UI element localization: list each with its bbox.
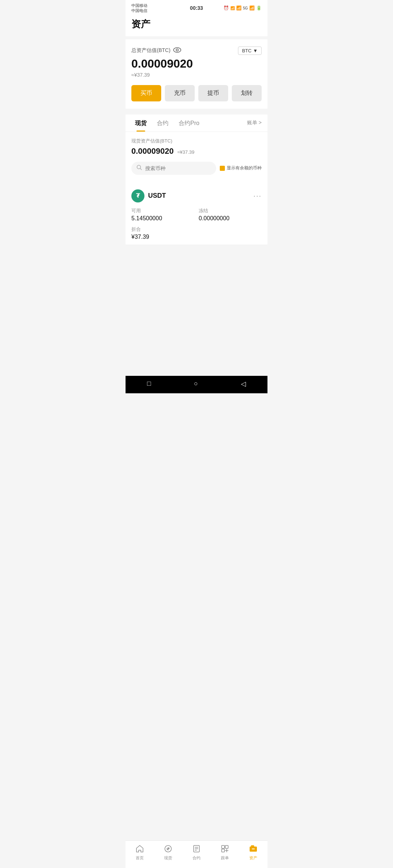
coin-item-usdt: ₮ USDT ··· 可用 5.14500000 冻结 0.00000000 折… [126, 184, 267, 245]
available-value: 5.14500000 [131, 215, 194, 222]
asset-value-btc: 0.00009020 [131, 57, 262, 71]
search-row: 显示有余额的币种 [131, 162, 262, 179]
usdt-name: USDT [148, 192, 166, 200]
spot-value-row: 0.00009020 ≈¥37.39 [131, 146, 262, 156]
equivalent-value: ¥37.39 [131, 234, 262, 240]
spot-asset-section: 现货资产估值(BTC) 0.00009020 ≈¥37.39 显示有余额的币种 [126, 132, 267, 184]
svg-point-1 [176, 49, 178, 51]
search-input[interactable] [145, 165, 211, 171]
status-bar: 中国移动 中国电信 00:33 ⏰ 📶 📶 5G 📶 🔋 [126, 0, 267, 15]
deposit-button[interactable]: 充币 [165, 85, 195, 101]
tabs-header: 现货 合约 合约Pro 账单 > [126, 114, 267, 132]
asset-summary-section: 总资产估值(BTC) BTC ▼ 0.00009020 ≈¥37.39 买币 充… [126, 39, 267, 109]
tab-spot[interactable]: 现货 [131, 114, 150, 132]
back-button[interactable]: ◁ [241, 380, 246, 388]
usdt-icon: ₮ [131, 189, 144, 202]
tab-contract-pro[interactable]: 合约Pro [175, 114, 203, 132]
bluetooth-icon: 📶 [230, 6, 235, 10]
available-group: 可用 5.14500000 [131, 208, 194, 222]
filter-option[interactable]: 显示有余额的币种 [220, 165, 262, 171]
more-options-button[interactable]: ··· [253, 192, 262, 200]
withdraw-button[interactable]: 提币 [198, 85, 228, 101]
carrier2: 中国电信 [131, 8, 147, 13]
carrier1: 中国移动 [131, 3, 147, 8]
currency-label: BTC [242, 48, 251, 53]
status-time: 00:33 [190, 5, 203, 11]
coin-list: ₮ USDT ··· 可用 5.14500000 冻结 0.00000000 折… [126, 184, 267, 245]
dropdown-arrow-icon: ▼ [253, 48, 258, 53]
coin-header-usdt: ₮ USDT ··· [131, 189, 262, 202]
tabs-section: 现货 合约 合约Pro 账单 > 现货资产估值(BTC) 0.00009020 … [126, 114, 267, 245]
spot-value-btc: 0.00009020 [131, 146, 174, 156]
equivalent-group: 折合 ¥37.39 [131, 226, 262, 240]
svg-line-3 [140, 168, 142, 170]
eye-icon[interactable] [173, 47, 181, 54]
frozen-group: 冻结 0.00000000 [199, 208, 262, 222]
account-link[interactable]: 账单 > [247, 120, 262, 126]
page-header: 资产 [126, 15, 267, 36]
empty-area [126, 245, 267, 339]
search-box[interactable] [131, 162, 216, 175]
buy-button[interactable]: 买币 [131, 85, 161, 101]
tab-contract[interactable]: 合约 [153, 114, 172, 132]
status-icons: ⏰ 📶 📶 5G 📶 🔋 [223, 5, 262, 11]
spot-value-cny: ≈¥37.39 [177, 149, 194, 155]
recent-apps-button[interactable]: □ [147, 380, 151, 387]
home-button[interactable]: ○ [194, 380, 198, 387]
nav-spacer [126, 339, 267, 376]
frozen-value: 0.00000000 [199, 215, 262, 222]
carrier-info: 中国移动 中国电信 [131, 3, 147, 13]
page-title: 资产 [131, 18, 262, 31]
action-buttons-row: 买币 充币 提币 划转 [131, 85, 262, 101]
system-nav: □ ○ ◁ [126, 376, 267, 393]
search-icon [136, 165, 142, 172]
filter-label: 显示有余额的币种 [227, 165, 262, 171]
transfer-button[interactable]: 划转 [232, 85, 262, 101]
svg-point-0 [174, 48, 181, 52]
signal2-icon: 📶 [249, 5, 255, 11]
frozen-label: 冻结 [199, 208, 262, 214]
divider1 [126, 109, 267, 112]
signal-icon: 5G [243, 6, 248, 10]
currency-selector[interactable]: BTC ▼ [238, 47, 262, 55]
alarm-icon: ⏰ [223, 5, 229, 11]
asset-value-cny: ≈¥37.39 [131, 72, 262, 78]
available-label: 可用 [131, 208, 194, 214]
coin-details-usdt: 可用 5.14500000 冻结 0.00000000 [131, 208, 262, 222]
battery-icon: 🔋 [256, 5, 262, 11]
asset-label-row: 总资产估值(BTC) BTC ▼ [131, 47, 262, 55]
equivalent-label: 折合 [131, 226, 262, 233]
wifi-icon: 📶 [236, 5, 242, 11]
filter-checkbox-icon [220, 166, 225, 171]
spot-asset-label: 现货资产估值(BTC) [131, 138, 262, 144]
asset-label-text: 总资产估值(BTC) [131, 47, 170, 54]
